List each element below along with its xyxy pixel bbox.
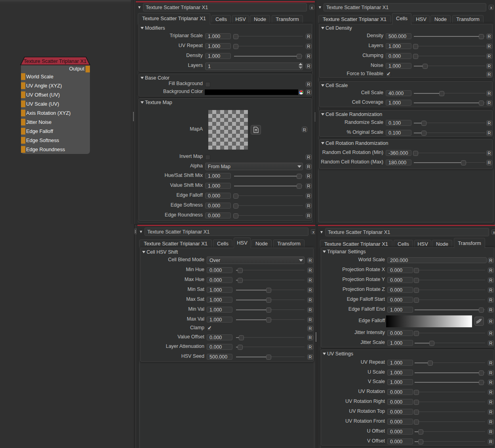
svg-text:Texture Scatter Triplanar X1: Texture Scatter Triplanar X1 [24,58,87,64]
